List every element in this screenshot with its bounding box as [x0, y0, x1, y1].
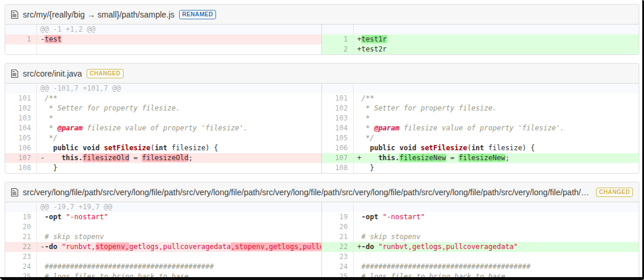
line-number-cell: 22 — [322, 242, 354, 252]
hunk-header-cell: @@ -1 +1,2 @@ — [37, 25, 322, 34]
line-number-cell: 101 — [5, 94, 37, 103]
line-number: 19 — [23, 213, 31, 221]
file-header[interactable]: src/my/{really/big → small}/path/sample.… — [5, 5, 639, 25]
line-number-cell: 106 — [322, 143, 354, 153]
code-segment: test1r — [361, 35, 386, 43]
diff-half-left: 104 * @param filesize value of property … — [5, 123, 322, 133]
diff-half-right: 103 * — [322, 113, 639, 123]
code-segment: ; — [189, 154, 193, 162]
line-number: 19 — [340, 213, 348, 221]
diff-half-right — [322, 25, 639, 34]
line-number-cell: 101 — [322, 94, 354, 103]
code-cell — [354, 252, 639, 262]
diff-half-right: 2+test2r — [322, 44, 639, 54]
code-cell: --do "runbvt,stopenv,getlogs,pullcoverag… — [37, 242, 322, 252]
code-segment: # skip stopenv — [361, 233, 420, 241]
code-cell: * Setter for property filesize. — [354, 103, 639, 113]
code-cell: * — [354, 113, 639, 123]
diff-row: 106 public void setFilesize(int filesize… — [5, 143, 639, 153]
line-number-cell: 23 — [322, 252, 354, 262]
line-number: 104 — [18, 124, 31, 132]
line-number: 102 — [335, 104, 348, 112]
diff-row: @@ -19,7 +19,7 @@ — [5, 202, 639, 212]
diff-prefix — [357, 253, 361, 261]
code-cell — [354, 222, 639, 232]
line-number-cell — [5, 25, 37, 34]
code-cell: public void setFilesize(int filesize) { — [37, 143, 322, 153]
line-number-cell — [322, 202, 354, 212]
line-number-cell — [5, 44, 37, 54]
line-number: 103 — [18, 114, 31, 122]
code-cell: ######################################## — [37, 262, 322, 272]
code-segment: * — [44, 114, 53, 122]
code-cell: +test2r — [354, 44, 639, 54]
code-segment: this. — [61, 154, 83, 162]
file-header[interactable]: src/core/init.javaCHANGED — [5, 64, 639, 84]
diff-row: @@ -1 +1,2 @@ — [5, 25, 639, 34]
diff-half-right: 105 */ — [322, 133, 639, 143]
code-cell: } — [37, 163, 322, 173]
line-number-cell: 20 — [5, 222, 37, 232]
line-number-cell: 108 — [5, 163, 37, 173]
code-segment: * — [361, 124, 374, 132]
line-number: 2 — [344, 45, 348, 53]
line-number-cell: 19 — [5, 212, 37, 222]
code-cell: -test — [37, 34, 322, 44]
diff-half-left: 19 -opt "-nostart" — [5, 212, 322, 222]
diff-half-left: 24 #####################################… — [5, 262, 322, 272]
hunk-header-cell: @@ -19,7 +19,7 @@ — [37, 202, 322, 212]
hunk-header-text: @@ -1 +1,2 @@ — [40, 25, 95, 33]
line-number: 1 — [344, 35, 348, 43]
line-number-cell: 104 — [5, 123, 37, 133]
code-cell: * — [37, 113, 322, 123]
line-number: 24 — [340, 262, 348, 271]
code-segment — [361, 144, 369, 152]
diff-row: 104 * @param filesize value of property … — [5, 123, 639, 133]
diff-panels-container: src/my/{really/big → small}/path/sample.… — [5, 4, 639, 280]
code-cell: -opt "-nostart" — [354, 212, 639, 222]
line-number-cell: 1 — [5, 34, 37, 44]
line-number: 104 — [335, 124, 348, 132]
code-segment: */ — [361, 134, 374, 142]
line-number-cell: 102 — [5, 103, 37, 113]
code-segment: @param — [374, 124, 399, 132]
code-cell: * @param filesize value of property 'fil… — [354, 123, 639, 133]
code-cell: public void setFilesize(int filesize) { — [354, 143, 639, 153]
hunk-header-text: @@ -101,7 +101,7 @@ — [40, 84, 121, 92]
code-cell — [37, 44, 322, 54]
window-edge-bottom — [0, 277, 644, 280]
code-segment: filesize value of property 'filesize'. — [399, 124, 564, 132]
code-cell: */ — [354, 133, 639, 143]
code-cell: + this.filesizeNew = filesizeNew; — [354, 153, 639, 163]
line-number: 102 — [18, 104, 31, 112]
diff-row: 1-test1+test1r — [5, 34, 639, 44]
diff-half-left: 1-test — [5, 34, 322, 44]
code-cell: * @param filesize value of property 'fil… — [37, 123, 322, 133]
diff-half-left: 20 — [5, 222, 322, 232]
code-segment: filesizeNew — [399, 154, 446, 162]
code-segment: public — [370, 144, 395, 152]
line-number: 101 — [335, 94, 348, 102]
file-status-badge: CHANGED — [87, 69, 124, 78]
code-segment: filesize) { — [484, 144, 535, 152]
line-number-cell: 23 — [5, 252, 37, 262]
hunk-header-cell — [354, 84, 639, 94]
code-segment: "runbvt,getlogs,pullcoveragedata" — [378, 243, 518, 251]
diff-half-right: 19 -opt "-nostart" — [322, 212, 639, 222]
file-header[interactable]: src/very/long/file/path/src/very/long/fi… — [5, 182, 639, 202]
diff-half-right: 1+test1r — [322, 34, 639, 44]
code-cell: /** — [354, 94, 639, 103]
hunk-header-cell — [354, 202, 639, 212]
diff-table: @@ -19,7 +19,7 @@19 -opt "-nostart"19 -o… — [5, 202, 639, 280]
diff-half-left: 102 * Setter for property filesize. — [5, 103, 322, 113]
code-segment: ######################################## — [44, 262, 214, 271]
diff-half-right — [322, 84, 639, 94]
code-cell: - this.filesizeOld = filesizeOld; — [37, 153, 322, 163]
diff-row: 108 }108 } — [5, 163, 639, 173]
code-segment: filesize value of property 'filesize'. — [83, 124, 248, 132]
code-cell: -opt "-nostart" — [37, 212, 322, 222]
diff-half-right: 21 # skip stopenv — [322, 232, 639, 242]
diff-half-right: 23 — [322, 252, 639, 262]
line-number-cell — [5, 84, 37, 94]
diff-viewer: { "colors": { "renamed_badge": "#3572b0"… — [0, 0, 644, 280]
